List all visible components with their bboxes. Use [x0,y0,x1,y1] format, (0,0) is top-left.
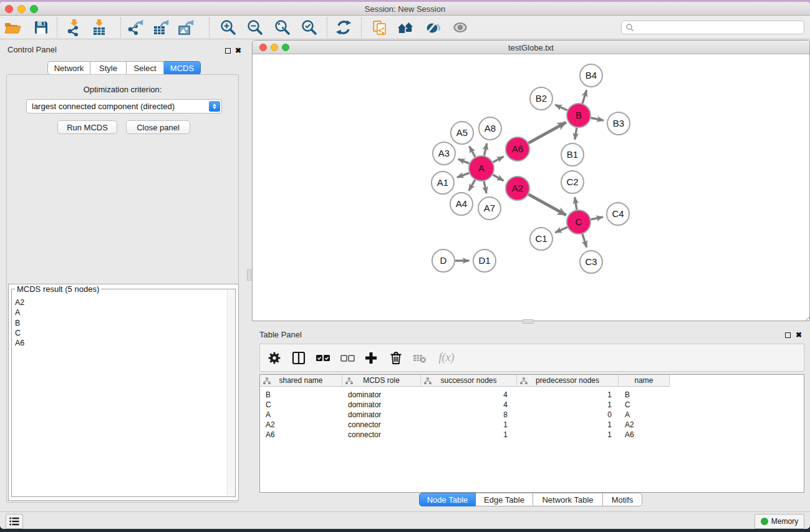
table-row[interactable]: Cdominator41C [260,400,804,410]
network-canvas[interactable]: B4B2BB3B1A5A8A3A6AA1A2A4A7C2C4CC1C3DD1 [253,54,809,321]
resize-grip-icon[interactable] [801,312,809,321]
edge-B-B4[interactable] [582,90,587,104]
cell: A2 [260,420,342,429]
edge-A6-B[interactable] [529,122,566,143]
edge-C-C2[interactable] [575,197,577,210]
table-float-icon[interactable] [785,332,791,338]
edge-A-A8[interactable] [484,143,486,156]
cell: 1 [517,390,619,399]
table-row[interactable]: A6connector11A6 [260,430,804,440]
table-tab-node-table[interactable]: Node Table [419,493,476,506]
splitter-handle-vertical[interactable] [247,269,251,281]
add-icon[interactable] [363,350,379,366]
float-panel-icon[interactable] [225,48,231,54]
edge-C-C1[interactable] [555,227,567,233]
cell: 4 [421,390,517,399]
result-scrollbar[interactable] [227,290,234,496]
run-mcds-button[interactable]: Run MCDS [57,120,117,134]
table-close-icon[interactable]: ✖ [796,332,802,338]
table-tab-network-table[interactable]: Network Table [533,493,603,506]
column-header-MCDS-role[interactable]: MCDS role [342,375,421,387]
export-table-icon[interactable] [152,18,170,37]
memory-button[interactable]: Memory [755,514,804,529]
edge-A-A1[interactable] [457,173,469,177]
task-history-button[interactable] [6,514,23,529]
close-panel-icon[interactable]: ✖ [235,47,241,54]
edge-A-A5[interactable] [470,147,475,157]
zoom-out-icon[interactable] [246,18,264,37]
cell: 1 [517,430,619,439]
cell: 0 [517,410,619,419]
result-item[interactable]: C [15,328,24,338]
tab-mcds[interactable]: MCDS [164,61,201,75]
edge-B-B2[interactable] [555,105,567,110]
new-network-from-selection-icon[interactable] [370,18,389,37]
node-label-A1: A1 [437,177,448,188]
column-header-name[interactable]: name [619,375,670,387]
search-box[interactable] [621,21,804,34]
refresh-icon[interactable] [334,18,353,37]
close-panel-button[interactable]: Close panel [126,120,190,134]
node-label-A5: A5 [456,127,468,138]
mcds-result-list: A2ABCA6 [15,297,24,348]
column-header-shared-name[interactable]: shared name [260,375,342,387]
function-builder-icon[interactable]: f(x) [435,350,458,366]
edge-A2-C[interactable] [529,195,566,215]
import-table-icon[interactable] [90,18,108,37]
result-item[interactable]: A2 [15,297,24,307]
export-network-icon[interactable] [126,18,145,37]
gear-icon[interactable] [266,350,282,366]
node-label-A4: A4 [456,198,467,209]
column-header-predecessor-nodes[interactable]: predecessor nodes [517,375,619,387]
cell: B [619,390,670,399]
list-icon [9,517,19,526]
edge-C-C3[interactable] [582,234,587,248]
open-icon[interactable] [3,18,22,37]
result-item[interactable]: A [15,307,24,317]
first-neighbors-icon[interactable] [396,18,415,37]
status-bar: Memory [0,511,810,529]
search-input[interactable] [634,23,790,32]
deselect-all-icon[interactable] [339,350,355,366]
edge-A-A3[interactable] [458,159,470,163]
toolbar-separator [361,17,362,37]
node-label-D: D [440,255,447,266]
table-row[interactable]: Adominator80A [260,410,804,420]
edge-A-A2[interactable] [493,175,503,181]
columns-icon[interactable] [291,350,307,366]
table-tab-edge-table[interactable]: Edge Table [476,493,533,506]
edge-A-A6[interactable] [493,157,504,162]
node-label-A: A [478,163,485,173]
cell: A2 [619,420,670,429]
export-image-icon[interactable] [176,18,195,37]
table-tab-motifs[interactable]: Motifs [603,493,642,506]
column-header-successor-nodes[interactable]: successor nodes [421,375,517,387]
cell: B [260,390,342,399]
table-row[interactable]: Bdominator41B [260,390,804,400]
edge-B-B1[interactable] [575,128,577,140]
show-all-icon[interactable] [451,18,470,37]
tab-select[interactable]: Select [127,61,164,75]
hide-selection-icon[interactable] [424,18,443,37]
import-network-icon[interactable] [65,18,84,37]
zoom-in-icon[interactable] [219,18,238,37]
table-row[interactable]: A2connector11A2 [260,420,804,430]
delete-icon[interactable] [388,350,404,366]
save-icon[interactable] [32,18,51,37]
tab-network[interactable]: Network [47,61,90,75]
edge-B-B3[interactable] [591,118,604,120]
edge-C-C4[interactable] [591,217,603,220]
cell: 8 [421,410,517,419]
zoom-fit-icon[interactable] [273,18,292,37]
edge-A-A4[interactable] [469,180,475,190]
criterion-dropdown[interactable]: largest connected component (directed) [26,99,222,114]
result-item[interactable]: A6 [15,338,24,348]
result-item[interactable]: B [15,318,24,328]
zoom-selected-icon[interactable] [300,18,319,37]
node-label-D1: D1 [478,255,490,266]
edge-A-A7[interactable] [484,181,486,193]
splitter-handle-horizontal[interactable] [523,319,534,324]
delete-table-icon[interactable] [412,350,428,366]
select-all-icon[interactable] [315,350,331,366]
tab-style[interactable]: Style [90,61,127,75]
